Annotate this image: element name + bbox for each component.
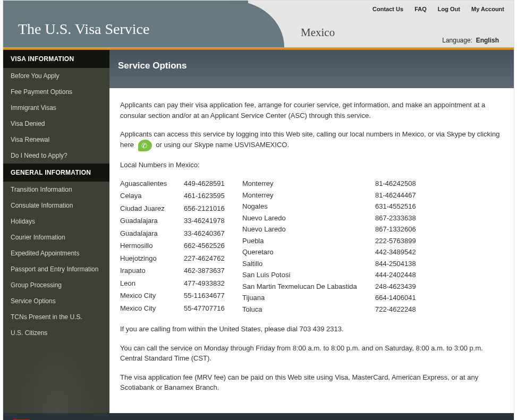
phone-city: Saltillo [242,259,375,269]
phone-city: Guadalajara [120,228,184,239]
phone-city: Ciudad Juarez [120,203,184,215]
sidebar-item[interactable]: Service Options [3,293,109,309]
hours-note: You can call the service on Monday throu… [120,343,503,364]
phone-number: 81-46242508 [375,178,439,189]
phone-number: 81-46244467 [375,190,439,201]
country-label: Mexico [301,26,335,39]
phone-number: 867-1332606 [375,224,439,235]
my-account-link[interactable]: My Account [471,6,504,12]
logout-link[interactable]: Log Out [438,6,460,12]
top-links: Contact Us FAQ Log Out My Account [363,6,504,12]
phone-city: Huejotzingo [120,253,184,264]
sidebar-item[interactable]: Expedited Appointments [3,245,109,261]
intro-paragraph-2: Applicants can access this service by lo… [120,129,503,151]
phone-number: 664-1406041 [375,293,439,303]
phone-city: Queretaro [242,247,375,258]
phone-city: Hermosillo [120,241,184,252]
intro-paragraph-1: Applicants can pay their visa applicatio… [120,100,503,121]
phone-city: Nogales [242,201,375,212]
phone-city: Nuevo Laredo [242,224,375,235]
sidebar-section-visa-info: VISA INFORMATION [3,50,109,68]
phone-number: 55-47707716 [184,303,242,314]
sidebar-item[interactable]: Consulate Information [3,198,109,213]
sidebar-section-general-info: GENERAL INFORMATION [3,164,109,182]
sidebar: VISA INFORMATION Before You Apply Fee Pa… [3,50,109,413]
sidebar-list-general: Transition Information Consulate Informa… [3,182,109,341]
phone-number: 662-4562526 [184,241,242,252]
sidebar-item[interactable]: Courier Information [3,229,109,245]
sidebar-item[interactable]: Visa Denied [3,116,109,132]
language-selector[interactable]: Language: English [442,37,499,44]
phone-city: Puebla [242,236,375,246]
sidebar-item[interactable]: Fee Payment Options [3,84,109,100]
main-content: Service Options Applicants can pay their… [109,50,514,413]
phone-city: Guadalajara [120,216,184,227]
phone-city: Aguascalientes [120,178,184,190]
phone-city: Toluca [242,304,375,315]
page-title: Service Options [118,61,505,71]
language-value[interactable]: English [476,37,499,44]
phone-number: 631-4552516 [375,201,439,212]
phone-city: Leon [120,278,184,289]
phone-city: Celaya [120,191,184,202]
phone-city: Mexico City [120,303,184,314]
sidebar-item[interactable]: Holidays [3,213,109,229]
fee-note: The visa application fee (MRV fee) can b… [120,372,503,393]
phone-city: Nuevo Laredo [242,213,375,224]
sidebar-item[interactable]: Before You Apply [3,68,109,84]
sidebar-item[interactable]: Immigrant Visas [3,100,109,116]
sidebar-item[interactable]: Passport and Entry Information [3,261,109,277]
us-dial-note: If you are calling from within the Unite… [120,324,503,335]
phone-city: Mexico City [120,290,184,302]
sidebar-item[interactable]: Visa Renewal [3,132,109,148]
header: The U.S. Visa Service Mexico Contact Us … [3,1,514,47]
phone-number: 844-2504138 [375,259,439,269]
language-label: Language: [442,37,472,44]
phone-number: 444-2402448 [375,270,439,280]
phone-number: 33-46240367 [184,228,242,239]
sidebar-item[interactable]: Group Processing [3,277,109,293]
local-numbers-label: Local Numbers in Mexico: [120,160,503,170]
phone-numbers-table: Aguascalientes449-4628591Celaya461-16235… [120,178,503,314]
phone-city: Monterrey [242,190,375,201]
site-title: The U.S. Visa Service [18,21,149,38]
phone-number: 656-2121016 [184,203,242,215]
phone-city: Tijuana [242,293,375,303]
phone-city: Irapuato [120,265,184,277]
phone-number: 722-4622248 [375,304,439,315]
phone-city: San Martin Texmelucan De Labastida [242,281,375,292]
sidebar-item[interactable]: Do I Need to Apply? [3,148,109,164]
contact-us-link[interactable]: Contact Us [372,6,403,12]
footer: CSC © Copyright 2010 Computer Sciences C… [3,413,514,421]
phone-number: 462-3873637 [184,265,242,277]
phone-number: 867-2333638 [375,213,439,224]
phone-number: 55-11634677 [184,290,242,302]
phone-number: 248-4623439 [375,281,439,292]
phone-number: 477-4933832 [184,278,242,289]
phone-number: 449-4628591 [184,178,242,190]
phone-number: 222-5763899 [375,236,439,246]
phone-number: 33-46241978 [184,216,242,227]
phone-city: Monterrey [242,178,375,189]
sidebar-item[interactable]: TCNs Present in the U.S. [3,309,109,325]
phone-number: 227-4624762 [184,253,242,264]
faq-link[interactable]: FAQ [414,6,427,12]
phone-city: San Luis Potosi [242,270,375,280]
phone-number: 461-1623595 [184,191,242,202]
sidebar-item[interactable]: U.S. Citizens [3,325,109,341]
skype-icon[interactable] [138,140,152,151]
phone-number: 442-3489542 [375,247,439,258]
sidebar-item[interactable]: Transition Information [3,182,109,198]
sidebar-list-visa: Before You Apply Fee Payment Options Imm… [3,68,109,164]
